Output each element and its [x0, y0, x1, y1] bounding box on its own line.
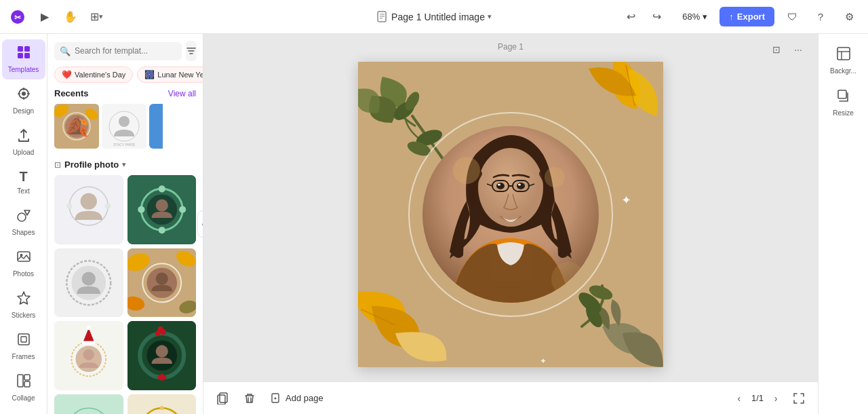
- template-thumb-1[interactable]: [54, 175, 123, 244]
- template-thumb-3[interactable]: [54, 248, 123, 318]
- sidebar-item-more[interactable]: ⋯: [2, 409, 45, 414]
- copy-page-button[interactable]: [212, 388, 233, 409]
- select-tool-button[interactable]: ▶: [34, 6, 56, 28]
- template-thumb-2[interactable]: [127, 175, 197, 244]
- collage-label: Collage: [12, 394, 35, 402]
- sidebar-item-design[interactable]: Design: [2, 81, 45, 121]
- page-prev-button[interactable]: ‹: [731, 390, 747, 407]
- doc-title-area: Page 1 Untitled image ▾: [376, 11, 492, 23]
- sidebar-item-collage[interactable]: Collage: [2, 368, 45, 408]
- canvas-scroll: ✦ ✦ ✦: [203, 34, 818, 381]
- recent-thumb-2[interactable]: STACY PARIS: [102, 104, 146, 149]
- add-page-button[interactable]: Add page: [266, 390, 329, 407]
- profile-photo-section-header[interactable]: ⊡ Profile photo ▾: [54, 159, 196, 170]
- background-button[interactable]: Backgr...: [823, 41, 864, 80]
- svg-rect-10: [18, 252, 30, 261]
- svg-rect-14: [18, 375, 23, 387]
- template-thumb-6[interactable]: [127, 321, 197, 390]
- sidebar-item-text[interactable]: T Text: [2, 164, 45, 201]
- template-thumb-4[interactable]: [127, 248, 197, 318]
- svg-point-99: [496, 183, 505, 189]
- frames-label: Frames: [12, 353, 35, 361]
- svg-point-21: [65, 115, 88, 138]
- svg-rect-13: [21, 337, 26, 342]
- shield-button[interactable]: 🛡: [781, 6, 803, 28]
- background-icon: [836, 46, 851, 64]
- tag-valentines[interactable]: ❤️ Valentine's Day: [54, 67, 133, 83]
- search-input-wrap[interactable]: 🔍: [54, 42, 182, 60]
- view-all-link[interactable]: View all: [168, 89, 196, 98]
- svg-point-31: [105, 204, 111, 209]
- template-thumb-5[interactable]: [54, 321, 123, 390]
- svg-point-104: [545, 167, 565, 187]
- fullscreen-button[interactable]: [788, 388, 810, 409]
- photos-label: Photos: [13, 270, 34, 278]
- design-icon: [16, 86, 31, 105]
- svg-point-93: [478, 148, 543, 227]
- svg-text:✂: ✂: [14, 12, 22, 22]
- settings-button[interactable]: ⚙: [838, 6, 860, 28]
- svg-point-101: [498, 184, 500, 186]
- sidebar-item-upload[interactable]: Upload: [2, 122, 45, 162]
- search-input[interactable]: [75, 46, 176, 56]
- canva-logo[interactable]: ✂: [8, 7, 27, 26]
- svg-text:✦: ✦: [540, 356, 547, 366]
- sidebar-item-frames[interactable]: Frames: [2, 326, 45, 366]
- recent-thumb-1[interactable]: [54, 104, 99, 149]
- recents-grid: STACY PARIS: [54, 104, 196, 149]
- page-next-button[interactable]: ›: [768, 390, 784, 407]
- svg-point-25: [119, 116, 130, 127]
- doc-title-chevron-icon[interactable]: ▾: [488, 12, 492, 21]
- tag-lunar[interactable]: 🎆 Lunar New Ye...: [137, 67, 203, 83]
- canvas-frame[interactable]: ✦ ✦ ✦: [358, 62, 663, 367]
- recent-thumb-3[interactable]: [149, 104, 163, 149]
- section-title: Profile photo: [64, 159, 119, 170]
- filter-button[interactable]: [186, 41, 197, 61]
- svg-point-64: [157, 326, 163, 332]
- resize-label: Resize: [833, 109, 854, 117]
- sidebar-item-templates[interactable]: Templates: [2, 39, 45, 79]
- logo-area: ✂: [8, 7, 27, 26]
- tag-lunar-label: Lunar New Ye...: [157, 71, 203, 79]
- toolbar-group-tools: ▶ ✋ ⊞ ▾: [34, 6, 107, 28]
- export-button[interactable]: ↑ Export: [719, 7, 774, 26]
- zoom-level: 68%: [682, 12, 700, 22]
- hand-tool-button[interactable]: ✋: [60, 6, 81, 28]
- template-thumb-8[interactable]: [127, 394, 197, 415]
- recents-header: Recents View all: [54, 88, 196, 98]
- sidebar-item-photos[interactable]: Photos: [2, 244, 45, 284]
- svg-point-37: [179, 206, 186, 213]
- svg-point-11: [20, 254, 22, 257]
- panel-collapse-handle[interactable]: ‹: [197, 210, 203, 238]
- svg-rect-16: [24, 381, 30, 387]
- redo-button[interactable]: ↪: [646, 6, 667, 28]
- help-button[interactable]: ?: [810, 6, 831, 28]
- svg-point-30: [66, 204, 72, 209]
- layout-tool-button[interactable]: ⊞ ▾: [85, 6, 107, 28]
- zoom-selector[interactable]: 68% ▾: [677, 9, 713, 24]
- doc-title-main: Untitled image: [424, 12, 485, 22]
- doc-icon: [376, 11, 389, 23]
- sidebar-item-shapes[interactable]: Shapes: [2, 202, 45, 242]
- svg-rect-15: [24, 375, 30, 380]
- svg-text:✦: ✦: [621, 193, 631, 207]
- svg-text:STACY PARIS: STACY PARIS: [113, 143, 136, 147]
- template-thumb-7[interactable]: [54, 394, 123, 415]
- stickers-icon: [16, 290, 31, 309]
- svg-rect-106: [220, 393, 227, 402]
- delete-page-button[interactable]: [239, 388, 260, 409]
- canvas-area: Page 1 ⊡ ···: [203, 34, 818, 414]
- right-panel: Backgr... Resize: [818, 34, 868, 414]
- svg-point-22: [73, 118, 81, 126]
- resize-icon: [836, 88, 851, 107]
- svg-rect-110: [838, 90, 846, 98]
- valentines-emoji-icon: ❤️: [62, 70, 72, 79]
- svg-rect-12: [18, 334, 29, 345]
- export-arrow-icon: ↑: [729, 12, 734, 22]
- svg-point-55: [83, 350, 94, 360]
- sidebar-item-stickers[interactable]: Stickers: [2, 285, 45, 325]
- resize-button[interactable]: Resize: [823, 83, 864, 122]
- recents-title: Recents: [54, 88, 89, 98]
- undo-button[interactable]: ↩: [620, 6, 642, 28]
- templates-icon: [16, 45, 31, 63]
